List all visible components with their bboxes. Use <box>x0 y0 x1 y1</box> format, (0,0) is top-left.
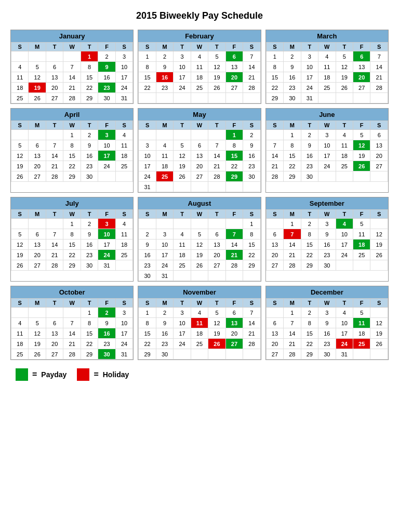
day-header: S <box>139 121 156 130</box>
calendar-day: 5 <box>353 308 370 318</box>
calendar-day: 13 <box>225 62 243 72</box>
calendar-week-row: 15161718192021 <box>139 72 260 83</box>
calendar-day: 15 <box>81 328 98 339</box>
calendar-day: 15 <box>63 240 81 250</box>
calendar-day: 2 <box>81 130 98 140</box>
calendar-day: 17 <box>336 328 353 339</box>
calendar-day: 21 <box>225 250 243 260</box>
calendar-week-row: 2627282930 <box>11 171 133 182</box>
day-header: S <box>115 43 133 51</box>
calendar-day <box>139 130 156 140</box>
calendar-day <box>174 271 191 281</box>
calendar-day: 13 <box>46 328 63 339</box>
calendar-day: 15 <box>243 240 261 250</box>
calendar-day: 15 <box>301 240 318 250</box>
calendar-day: 5 <box>29 62 46 72</box>
calendar-header-july: July <box>11 197 133 209</box>
calendar-day: 20 <box>266 250 283 260</box>
calendar-week-row: 20212223242526 <box>266 250 388 260</box>
calendar-day: 15 <box>63 151 81 161</box>
calendar-day: 7 <box>63 62 81 72</box>
calendar-day: 16 <box>156 328 173 339</box>
calendar-day: 4 <box>191 51 208 62</box>
calendar-day: 22 <box>225 161 243 171</box>
calendar-day <box>174 130 191 140</box>
calendar-day <box>174 349 191 360</box>
calendar-week-row: 1234567 <box>266 51 388 62</box>
calendar-day <box>208 271 225 281</box>
calendar-day: 27 <box>266 349 283 360</box>
calendar-week-row: 25262728293031 <box>11 349 133 360</box>
calendar-day: 11 <box>353 229 370 240</box>
day-header: T <box>336 210 353 219</box>
calendar-day: 8 <box>63 140 81 151</box>
calendar-header-april: April <box>11 109 133 121</box>
day-header: M <box>156 210 173 219</box>
calendar-week-row: 1234567 <box>139 51 260 62</box>
calendar-week-row: 2728293031 <box>266 349 388 360</box>
calendar-day: 22 <box>139 339 156 349</box>
calendar-day: 10 <box>156 240 173 250</box>
calendar-week-row: 15161718192021 <box>139 328 260 339</box>
calendar-day <box>46 308 63 318</box>
calendar-day: 1 <box>284 219 301 229</box>
day-header: S <box>139 210 156 219</box>
payday-equals: = <box>32 370 37 379</box>
calendar-day: 22 <box>81 339 98 349</box>
calendar-day: 26 <box>370 250 388 260</box>
calendar-day: 19 <box>11 161 29 171</box>
day-header: M <box>284 299 301 308</box>
calendar-day <box>174 93 191 103</box>
calendar-day: 18 <box>336 151 353 161</box>
day-header: M <box>284 210 301 219</box>
calendar-day: 12 <box>353 140 370 151</box>
calendar-week-row: 14151617181920 <box>266 151 388 161</box>
calendar-day: 31 <box>98 260 115 271</box>
day-header: S <box>243 121 261 130</box>
calendar-day: 1 <box>284 308 301 318</box>
calendar-day: 24 <box>336 250 353 260</box>
calendar-header-february: February <box>138 30 260 42</box>
calendar-day: 14 <box>46 240 63 250</box>
calendar-table-august: SMTWTFS123456789101112131415161718192021… <box>138 209 260 281</box>
calendar-march: MarchSMTWTFS1234567891011121314151617181… <box>265 30 389 104</box>
calendar-day: 13 <box>208 240 225 250</box>
calendar-day: 26 <box>336 83 353 93</box>
calendar-day: 24 <box>156 260 173 271</box>
calendar-april: AprilSMTWTFS1234567891011121314151617181… <box>10 108 134 193</box>
calendar-day: 29 <box>266 93 283 103</box>
calendar-day: 9 <box>98 62 115 72</box>
calendar-day: 17 <box>115 328 133 339</box>
calendar-day: 2 <box>301 219 318 229</box>
day-header: S <box>370 43 388 51</box>
calendar-week-row: 293031 <box>266 93 388 103</box>
calendar-day: 6 <box>266 229 283 240</box>
calendar-day: 11 <box>336 140 353 151</box>
day-header: F <box>225 121 243 130</box>
calendar-day: 29 <box>301 260 318 271</box>
calendar-week-row: 12 <box>139 130 260 140</box>
calendar-day: 17 <box>98 151 115 161</box>
calendar-week-row: 123 <box>11 308 133 318</box>
calendar-day: 19 <box>336 72 353 83</box>
calendar-day <box>370 93 388 103</box>
calendar-day: 20 <box>353 72 370 83</box>
calendar-week-row: 567891011 <box>11 140 133 151</box>
calendar-day <box>46 130 63 140</box>
calendar-day: 17 <box>139 161 156 171</box>
calendar-day: 28 <box>46 260 63 271</box>
calendar-day: 5 <box>353 219 370 229</box>
calendar-day: 7 <box>243 308 261 318</box>
day-header: W <box>191 43 208 51</box>
calendar-day: 12 <box>208 62 225 72</box>
calendar-week-row: 18192021222324 <box>11 83 133 93</box>
calendar-day: 18 <box>115 151 133 161</box>
calendar-day <box>191 93 208 103</box>
payday-color-box <box>16 368 28 381</box>
calendar-week-row: 22232425262728 <box>266 83 388 93</box>
calendar-day: 25 <box>318 83 336 93</box>
calendar-day: 4 <box>336 308 353 318</box>
calendar-day: 18 <box>353 328 370 339</box>
holiday-equals: = <box>94 370 98 379</box>
calendar-day: 17 <box>318 151 336 161</box>
